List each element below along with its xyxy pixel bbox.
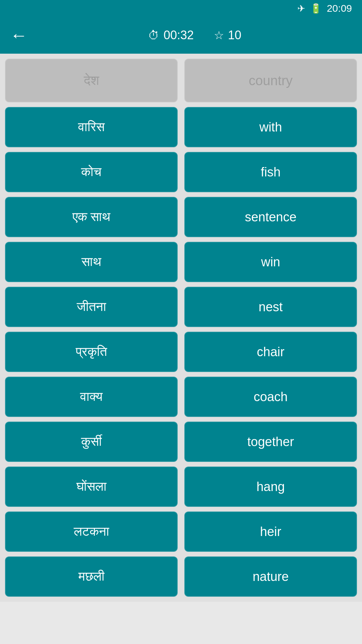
right-word-card[interactable]: nature [184, 556, 357, 597]
back-button[interactable]: ← [10, 25, 27, 45]
left-word-card[interactable]: कोच [5, 152, 178, 192]
left-word-card[interactable]: लटकना [5, 512, 178, 552]
left-word-card[interactable]: जीतना [5, 287, 178, 327]
right-word-card[interactable]: fish [184, 152, 357, 192]
left-word-card[interactable]: प्रकृति [5, 332, 178, 372]
left-header-card: देश [5, 59, 178, 102]
left-word-card[interactable]: वारिस [5, 107, 178, 147]
right-column: country withfishsentencewinnestchaircoac… [184, 59, 357, 597]
left-column: देश वारिसकोचएक साथसाथजीतनाप्रकृतिवाक्यकु… [5, 59, 178, 597]
left-word-card[interactable]: मछली [5, 556, 178, 597]
word-grid: देश वारिसकोचएक साथसाथजीतनाप्रकृतिवाक्यकु… [0, 54, 362, 602]
left-word-card[interactable]: साथ [5, 242, 178, 282]
battery-icon: 🔋 [310, 3, 322, 14]
right-word-card[interactable]: hang [184, 467, 357, 507]
column-divider [178, 59, 184, 597]
timer-icon: ⏱ [148, 29, 160, 42]
airplane-icon: ✈ [297, 3, 305, 14]
left-word-card[interactable]: वाक्य [5, 377, 178, 417]
left-word-card[interactable]: कुर्सी [5, 422, 178, 462]
header-center: ⏱ 00:32 ☆ 10 [38, 28, 352, 42]
timer-display: ⏱ 00:32 [148, 28, 194, 42]
star-icon: ☆ [214, 29, 224, 42]
right-word-card[interactable]: win [184, 242, 357, 282]
status-time: 20:09 [327, 3, 352, 14]
right-header-card: country [184, 59, 357, 102]
right-word-card[interactable]: chair [184, 332, 357, 372]
right-word-card[interactable]: nest [184, 287, 357, 327]
status-bar: ✈ 🔋 20:09 [0, 0, 362, 17]
star-score-display: ☆ 10 [214, 28, 241, 42]
right-word-card[interactable]: with [184, 107, 357, 147]
app-header: ← ⏱ 00:32 ☆ 10 [0, 17, 362, 54]
status-icons: ✈ 🔋 20:09 [297, 3, 352, 14]
score-value: 10 [228, 28, 241, 42]
right-word-card[interactable]: together [184, 422, 357, 462]
left-word-card[interactable]: घोंसला [5, 467, 178, 507]
right-word-card[interactable]: coach [184, 377, 357, 417]
left-word-card[interactable]: एक साथ [5, 197, 178, 237]
timer-value: 00:32 [164, 28, 194, 42]
right-word-card[interactable]: sentence [184, 197, 357, 237]
right-word-card[interactable]: heir [184, 512, 357, 552]
